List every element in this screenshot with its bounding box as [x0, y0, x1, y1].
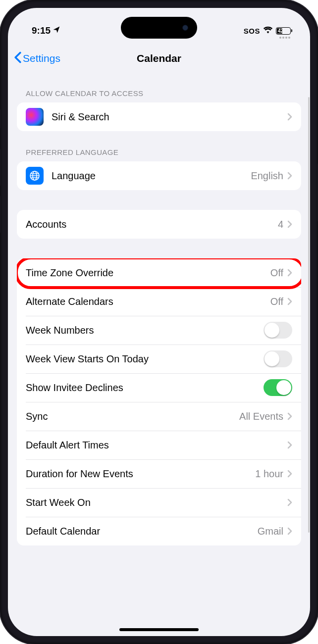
- language-row[interactable]: Language English: [17, 161, 301, 190]
- alternate-calendars-row[interactable]: Alternate Calendars Off: [17, 287, 301, 316]
- invitee-label: Show Invitee Declines: [26, 382, 264, 394]
- list-group-settings: Time Zone Override Off Alternate Calenda…: [17, 258, 301, 545]
- week-view-today-row[interactable]: Week View Starts On Today: [17, 345, 301, 373]
- phone-frame: 9:15 SOS 42: [0, 0, 318, 644]
- silent-switch: [0, 109, 0, 129]
- accounts-value: 4: [278, 219, 283, 230]
- alternate-label: Alternate Calendars: [26, 296, 270, 307]
- chevron-right-icon: [287, 172, 292, 180]
- volume-up-button: [0, 149, 0, 186]
- section-header-language: PREFERRED LANGUAGE: [17, 131, 301, 161]
- page-title: Calendar: [137, 52, 181, 64]
- section-header-access: ALLOW CALENDAR TO ACCESS: [17, 72, 301, 102]
- battery-icon: 42: [276, 27, 292, 35]
- chevron-left-icon: [14, 51, 22, 66]
- chevron-right-icon: [287, 527, 292, 535]
- default-cal-label: Default Calendar: [26, 526, 258, 537]
- week-view-label: Week View Starts On Today: [26, 353, 264, 365]
- week-numbers-toggle[interactable]: [264, 322, 292, 339]
- home-indicator[interactable]: [119, 628, 199, 631]
- chevron-right-icon: [287, 297, 292, 305]
- accounts-row[interactable]: Accounts 4: [17, 210, 301, 239]
- siri-icon: [26, 108, 44, 126]
- wifi-icon: [263, 26, 273, 36]
- list-group-language: Language English: [17, 161, 301, 190]
- back-button[interactable]: Settings: [14, 51, 60, 66]
- chevron-right-icon: [287, 498, 292, 506]
- start-week-row[interactable]: Start Week On: [17, 488, 301, 517]
- duration-row[interactable]: Duration for New Events 1 hour: [17, 459, 301, 488]
- language-value: English: [251, 170, 283, 182]
- week-numbers-label: Week Numbers: [26, 325, 264, 336]
- list-group-access: Siri & Search: [17, 102, 301, 131]
- chevron-right-icon: [287, 412, 292, 420]
- location-icon: [53, 26, 60, 36]
- phone-screen: 9:15 SOS 42: [8, 8, 310, 636]
- duration-value: 1 hour: [255, 468, 283, 480]
- status-time-area: 9:15: [32, 25, 60, 36]
- chevron-right-icon: [287, 113, 292, 121]
- default-calendar-row[interactable]: Default Calendar Gmail: [17, 517, 301, 545]
- default-cal-value: Gmail: [258, 526, 283, 537]
- back-label: Settings: [23, 52, 60, 64]
- globe-icon: [26, 167, 44, 185]
- chevron-right-icon: [287, 470, 292, 478]
- alternate-value: Off: [270, 296, 283, 307]
- chevron-right-icon: [287, 220, 292, 228]
- default-alert-row[interactable]: Default Alert Times: [17, 431, 301, 459]
- invitee-declines-row[interactable]: Show Invitee Declines: [17, 373, 301, 402]
- chevron-right-icon: [287, 441, 292, 449]
- timezone-label: Time Zone Override: [26, 267, 270, 279]
- content-area: ALLOW CALENDAR TO ACCESS Siri & Search P…: [8, 72, 310, 545]
- dynamic-island: [121, 17, 197, 39]
- week-numbers-row[interactable]: Week Numbers: [17, 316, 301, 345]
- status-time: 9:15: [32, 25, 51, 36]
- alert-label: Default Alert Times: [26, 440, 287, 451]
- timezone-override-row[interactable]: Time Zone Override Off: [17, 258, 301, 287]
- scrollbar[interactable]: [308, 97, 310, 533]
- accounts-label: Accounts: [26, 219, 278, 230]
- sos-indicator: SOS: [244, 27, 260, 35]
- status-right: SOS 42: [244, 26, 292, 36]
- sync-label: Sync: [26, 411, 239, 422]
- sync-row[interactable]: Sync All Events: [17, 402, 301, 431]
- siri-search-row[interactable]: Siri & Search: [17, 102, 301, 131]
- status-dots: [279, 37, 290, 39]
- volume-down-button: [0, 196, 0, 233]
- sync-value: All Events: [239, 411, 283, 422]
- invitee-toggle[interactable]: [264, 379, 292, 396]
- nav-bar: Settings Calendar: [8, 45, 310, 72]
- language-label: Language: [52, 170, 251, 182]
- list-group-accounts: Accounts 4: [17, 210, 301, 239]
- battery-level: 42: [278, 28, 283, 34]
- timezone-value: Off: [270, 267, 283, 279]
- week-view-toggle[interactable]: [264, 350, 292, 367]
- duration-label: Duration for New Events: [26, 468, 255, 480]
- start-week-label: Start Week On: [26, 497, 287, 508]
- front-camera: [182, 25, 188, 31]
- chevron-right-icon: [287, 269, 292, 277]
- siri-label: Siri & Search: [52, 111, 287, 123]
